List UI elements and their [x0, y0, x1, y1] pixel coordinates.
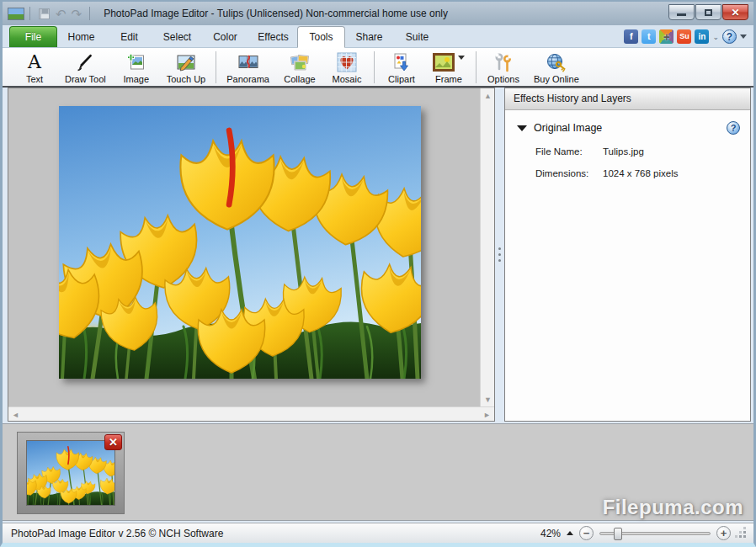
- touch-up-icon: [175, 51, 197, 73]
- buy-online-icon: [546, 51, 567, 73]
- redo-icon[interactable]: ↷: [72, 8, 83, 20]
- collage-icon: [289, 51, 311, 73]
- tab-color[interactable]: Color: [201, 27, 249, 47]
- collage-button[interactable]: Collage: [276, 50, 323, 85]
- share-plus-icon[interactable]: +: [659, 29, 673, 44]
- zoom-slider-track[interactable]: [599, 532, 711, 535]
- frame-icon: [433, 53, 455, 72]
- help-icon[interactable]: ?: [722, 29, 737, 44]
- canvas: ▲ ▼ ◄ ►: [8, 88, 495, 422]
- toolbar-separator: [216, 51, 216, 83]
- help-dropdown-icon[interactable]: [740, 35, 747, 39]
- panel-header: Effects History and Layers: [505, 88, 750, 110]
- layer-row[interactable]: Original Image ?: [517, 121, 740, 135]
- scroll-down-icon[interactable]: ▼: [481, 392, 495, 406]
- panel-splitter[interactable]: [495, 88, 504, 422]
- titlebar-separator: [89, 7, 90, 20]
- tab-share[interactable]: Share: [345, 27, 393, 47]
- toolbar: A Text Draw Tool Image Touch Up P: [3, 48, 753, 88]
- image-button[interactable]: Image: [113, 50, 160, 85]
- chevron-down-icon[interactable]: ⌄: [712, 33, 719, 41]
- canvas-image[interactable]: [59, 106, 421, 379]
- maximize-icon: [705, 9, 712, 16]
- tab-tools[interactable]: Tools: [297, 26, 345, 48]
- maximize-button[interactable]: [695, 4, 721, 20]
- minimize-button[interactable]: [668, 4, 695, 20]
- undo-icon[interactable]: ↶: [56, 8, 67, 20]
- scroll-up-icon[interactable]: ▲: [481, 88, 495, 103]
- panorama-button[interactable]: Panorama: [220, 50, 276, 85]
- titlebar-separator: [29, 7, 30, 20]
- file-name-value: Tulips.jpg: [603, 146, 644, 157]
- vertical-scrollbar[interactable]: ▲ ▼: [480, 88, 494, 406]
- main-area: ▲ ▼ ◄ ► Effects History and Layers Origi…: [3, 88, 753, 423]
- touch-up-button[interactable]: Touch Up: [160, 50, 212, 85]
- collapse-triangle-icon[interactable]: [517, 125, 527, 131]
- options-icon: [492, 51, 514, 73]
- app-icon: [8, 8, 24, 20]
- draw-tool-icon: [75, 51, 95, 73]
- twitter-icon[interactable]: t: [642, 29, 656, 44]
- horizontal-scrollbar[interactable]: ◄ ►: [8, 406, 494, 421]
- tab-effects[interactable]: Effects: [249, 27, 297, 47]
- save-icon[interactable]: [39, 8, 50, 19]
- effects-panel: Effects History and Layers Original Imag…: [504, 88, 751, 422]
- zoom-slider-handle[interactable]: [614, 528, 622, 540]
- watermark: Filepuma.com: [603, 496, 743, 519]
- mosaic-icon: [337, 51, 357, 73]
- dimensions-row: Dimensions: 1024 x 768 pixels: [535, 168, 750, 178]
- frame-dropdown-icon[interactable]: [458, 56, 465, 60]
- draw-tool-button[interactable]: Draw Tool: [58, 50, 113, 85]
- app-version-text: PhotoPad Image Editor v 2.56 © NCH Softw…: [11, 528, 223, 539]
- file-name-label: File Name:: [535, 146, 596, 157]
- image-icon: [126, 51, 146, 73]
- thumbnail-close-button[interactable]: ✕: [104, 434, 122, 450]
- tab-edit[interactable]: Edit: [105, 27, 153, 47]
- minimize-icon: [677, 13, 686, 16]
- image-thumbnail[interactable]: ✕: [17, 432, 125, 514]
- facebook-icon[interactable]: f: [624, 29, 638, 44]
- tab-file[interactable]: File: [9, 26, 57, 47]
- linkedin-icon[interactable]: in: [695, 29, 709, 44]
- mosaic-button[interactable]: Mosaic: [323, 50, 370, 85]
- zoom-dropdown-icon[interactable]: [567, 531, 573, 535]
- close-icon: ✕: [731, 7, 739, 19]
- tab-suite[interactable]: Suite: [393, 27, 441, 47]
- thumbnail-strip: ✕ Filepuma.com: [3, 423, 753, 521]
- dimensions-label: Dimensions:: [535, 168, 596, 178]
- options-button[interactable]: Options: [480, 50, 527, 85]
- close-x-icon: ✕: [109, 436, 118, 449]
- scroll-left-icon[interactable]: ◄: [8, 407, 23, 422]
- zoom-out-button[interactable]: −: [579, 526, 594, 540]
- frame-button[interactable]: Frame: [425, 50, 472, 85]
- layer-title: Original Image: [534, 122, 602, 134]
- photopad-window: ↶ ↷ PhotoPad Image Editor - Tulips (Unli…: [0, 0, 756, 547]
- toolbar-separator: [476, 51, 476, 83]
- clipart-button[interactable]: Clipart: [378, 50, 425, 85]
- tab-select[interactable]: Select: [153, 27, 201, 47]
- clipart-icon: [391, 51, 412, 73]
- zoom-percent[interactable]: 42%: [540, 528, 561, 539]
- zoom-in-button[interactable]: +: [716, 526, 731, 540]
- tab-home[interactable]: Home: [57, 27, 105, 47]
- close-button[interactable]: ✕: [722, 4, 748, 20]
- file-name-row: File Name: Tulips.jpg: [535, 146, 750, 157]
- resize-grip[interactable]: [737, 528, 747, 539]
- titlebar: ↶ ↷ PhotoPad Image Editor - Tulips (Unli…: [3, 2, 753, 25]
- toolbar-separator: [374, 51, 375, 83]
- statusbar: PhotoPad Image Editor v 2.56 © NCH Softw…: [3, 523, 753, 543]
- scroll-right-icon[interactable]: ►: [480, 407, 494, 422]
- window-title: PhotoPad Image Editor - Tulips (Unlicens…: [104, 8, 448, 19]
- buy-online-button[interactable]: Buy Online: [527, 50, 586, 85]
- panorama-icon: [237, 51, 259, 73]
- menu-tabbar: File Home Edit Select Color Effects Tool…: [3, 25, 753, 48]
- text-icon: A: [28, 51, 41, 73]
- dimensions-value: 1024 x 768 pixels: [603, 168, 679, 178]
- text-button[interactable]: A Text: [11, 50, 58, 85]
- thumbnail-image: [26, 440, 115, 506]
- stumbleupon-icon[interactable]: Su: [677, 29, 691, 44]
- layer-help-icon[interactable]: ?: [727, 121, 740, 135]
